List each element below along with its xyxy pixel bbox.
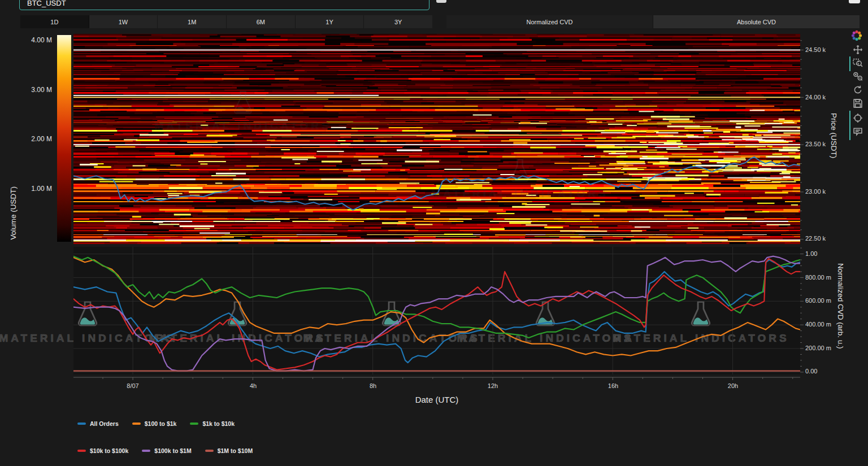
toggle-spikelines-icon[interactable]: [853, 113, 863, 123]
price-tick: 23.50 k: [805, 141, 826, 147]
legend-row-1: All Orders $100 to $1k $1k to $10k: [77, 420, 235, 427]
top-handle-right[interactable]: [849, 0, 860, 3]
timeframe-button-1y[interactable]: 1Y: [296, 15, 364, 28]
legend-label: All Orders: [90, 420, 119, 427]
legend-item-100-1k[interactable]: $100 to $1k: [132, 420, 177, 427]
timeframe-bar: 1D 1W 1M 6M 1Y 3Y: [20, 15, 432, 28]
modebar-active-indicator: [849, 56, 850, 71]
x-tick: 12h: [476, 382, 510, 389]
timeframe-button-1d[interactable]: 1D: [20, 15, 89, 28]
cvd-tick: 600.00 m: [805, 297, 831, 304]
normalized-cvd-button[interactable]: Normalized CVD: [446, 15, 653, 28]
price-tick: 22.50 k: [805, 235, 826, 242]
volume-axis-title: Volume (USDT): [9, 186, 18, 240]
legend-item-100k-1m[interactable]: $100k to $1M: [142, 447, 191, 454]
colorbar-tick: 2.00 M: [17, 135, 52, 143]
volume-colorbar: [57, 35, 71, 242]
x-tick: 16h: [596, 382, 630, 389]
legend-swatch: [77, 450, 86, 452]
colorbar-tick: 3.00 M: [17, 86, 52, 94]
legend-label: $1k to $10k: [202, 420, 235, 427]
legend-label: $1M to $10M: [218, 447, 253, 454]
cvd-tick: 800.00 m: [805, 274, 831, 281]
box-zoom-icon[interactable]: [853, 58, 863, 68]
cvd-tick: 0.00: [805, 368, 817, 374]
timeframe-button-3y[interactable]: 3Y: [364, 15, 432, 28]
cvd-tick: 400.00 m: [805, 321, 831, 328]
x-axis-title: Date (UTC): [392, 395, 482, 404]
price-tick: 24.50 k: [805, 46, 826, 53]
legend-row-2: $10k to $100k $100k to $1M $1M to $10M: [77, 447, 253, 454]
timeframe-button-1m[interactable]: 1M: [158, 15, 227, 28]
cvd-mode-bar: Normalized CVD Absolute CVD: [446, 15, 860, 28]
symbol-input[interactable]: [19, 0, 429, 10]
modebar-active-indicator: [849, 111, 850, 140]
save-image-icon[interactable]: [853, 98, 863, 108]
reset-axes-icon[interactable]: [853, 85, 863, 95]
absolute-cvd-button[interactable]: Absolute CVD: [653, 15, 860, 28]
cvd-axis-title: Normalized CVD (arb. u.): [836, 263, 845, 349]
legend-label: $100k to $1M: [154, 447, 191, 454]
x-tick: 20h: [716, 382, 750, 389]
legend-swatch: [132, 423, 141, 425]
legend-swatch: [190, 423, 198, 425]
legend-swatch: [205, 450, 214, 452]
zoom-in-out-icon[interactable]: [853, 71, 863, 81]
liquidity-heatmap-canvas[interactable]: [73, 34, 800, 244]
cvd-tick: 1.00: [805, 250, 817, 257]
price-axis-title: Price (USDT): [830, 113, 838, 158]
x-tick: 8h: [356, 382, 390, 389]
pan-icon[interactable]: [853, 45, 863, 55]
top-handle-left[interactable]: [436, 0, 446, 3]
colorbar-tick: 4.00 M: [17, 36, 52, 44]
timeframe-button-6m[interactable]: 6M: [227, 15, 296, 28]
legend-item-10k-100k[interactable]: $10k to $100k: [77, 447, 128, 454]
legend-swatch: [142, 450, 150, 452]
price-tick: 23.00 k: [805, 188, 826, 195]
timeframe-button-1w[interactable]: 1W: [89, 15, 158, 28]
legend-swatch: [77, 423, 86, 425]
legend-label: $100 to $1k: [145, 420, 177, 427]
price-tick: 24.00 k: [805, 94, 826, 101]
x-tick: 4h: [236, 382, 270, 389]
plotly-logo[interactable]: [850, 29, 863, 42]
x-tick: 8/07: [116, 382, 150, 389]
legend-item-1k-10k[interactable]: $1k to $10k: [190, 420, 235, 427]
cvd-tick: 200.00 m: [805, 345, 831, 351]
cvd-line-chart[interactable]: [73, 247, 800, 374]
legend-item-1m-10m[interactable]: $1M to $10M: [205, 447, 253, 454]
hover-mode-icon[interactable]: [853, 127, 863, 137]
firecharts-app: 1D 1W 1M 6M 1Y 3Y Normalized CVD Absolut…: [0, 0, 868, 466]
legend-item-all-orders[interactable]: All Orders: [77, 420, 119, 427]
legend-label: $10k to $100k: [90, 447, 128, 454]
colorbar-tick: 1.00 M: [17, 185, 52, 193]
